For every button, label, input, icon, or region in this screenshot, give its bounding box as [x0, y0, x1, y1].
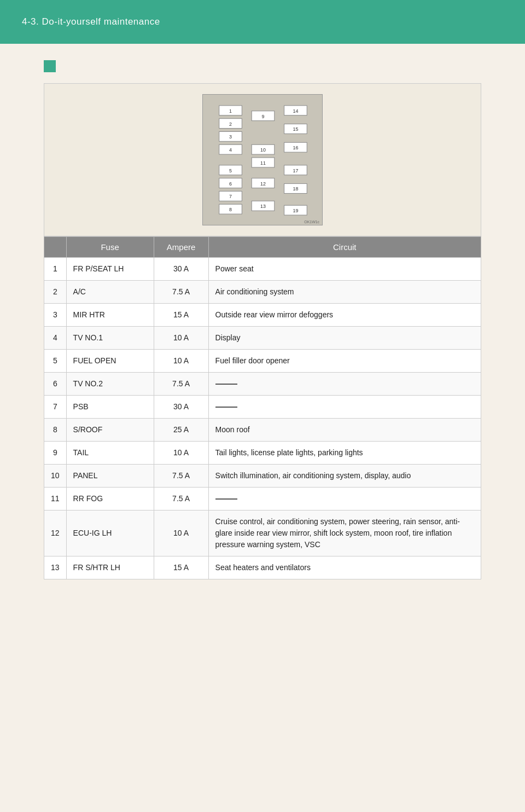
- col-header-num: [44, 237, 67, 258]
- table-row: 4TV NO.110 ADisplay: [44, 327, 481, 350]
- svg-text:12: 12: [260, 181, 266, 187]
- fuse-diagram-svg: 1 2 3 4 5 6 7 8 9: [202, 94, 323, 225]
- svg-text:6: 6: [229, 181, 232, 187]
- table-row: 9TAIL10 ATail lights, license plate ligh…: [44, 442, 481, 465]
- cell-fuse: ECU-IG LH: [66, 511, 154, 556]
- cell-circuit: [208, 396, 481, 419]
- cell-ampere: 10 A: [154, 442, 208, 465]
- table-row: 8S/ROOF25 AMoon roof: [44, 419, 481, 442]
- cell-ampere: 15 A: [154, 304, 208, 327]
- cell-ampere: 7.5 A: [154, 465, 208, 488]
- cell-circuit: Tail lights, license plate lights, parki…: [208, 442, 481, 465]
- cell-circuit: Display: [208, 327, 481, 350]
- table-row: 13FR S/HTR LH15 ASeat heaters and ventil…: [44, 556, 481, 579]
- cell-num: 10: [44, 465, 67, 488]
- cell-ampere: 25 A: [154, 419, 208, 442]
- svg-text:15: 15: [293, 126, 298, 132]
- cell-fuse: FR S/HTR LH: [66, 556, 154, 579]
- svg-text:13: 13: [260, 204, 266, 209]
- svg-text:1: 1: [229, 108, 232, 114]
- cell-circuit: Switch illumination, air conditioning sy…: [208, 465, 481, 488]
- cell-ampere: 7.5 A: [154, 281, 208, 304]
- svg-text:4: 4: [229, 147, 232, 153]
- table-row: 11RR FOG7.5 A: [44, 488, 481, 511]
- cell-fuse: TAIL: [66, 442, 154, 465]
- cell-ampere: 7.5 A: [154, 488, 208, 511]
- cell-num: 2: [44, 281, 67, 304]
- cell-circuit: Outside rear view mirror defoggers: [208, 304, 481, 327]
- cell-fuse: MIR HTR: [66, 304, 154, 327]
- cell-ampere: 15 A: [154, 556, 208, 579]
- col-header-fuse: Fuse: [66, 237, 154, 258]
- cell-circuit: Air conditioning system: [208, 281, 481, 304]
- cell-num: 13: [44, 556, 67, 579]
- main-content: 1 2 3 4 5 6 7 8 9: [0, 44, 525, 812]
- cell-ampere: 10 A: [154, 350, 208, 373]
- cell-circuit: Moon roof: [208, 419, 481, 442]
- diagram-container: 1 2 3 4 5 6 7 8 9: [44, 83, 481, 236]
- svg-text:7: 7: [229, 194, 232, 199]
- header-bar: 4-3. Do-it-yourself maintenance: [0, 0, 525, 44]
- table-row: 12ECU-IG LH10 ACruise control, air condi…: [44, 511, 481, 556]
- table-row: 3MIR HTR15 AOutside rear view mirror def…: [44, 304, 481, 327]
- cell-ampere: 10 A: [154, 511, 208, 556]
- table-row: 7PSB30 A: [44, 396, 481, 419]
- header-title: 4-3. Do-it-yourself maintenance: [22, 16, 160, 27]
- svg-text:9: 9: [262, 114, 265, 119]
- cell-circuit: [208, 373, 481, 396]
- svg-text:5: 5: [229, 168, 232, 173]
- cell-fuse: S/ROOF: [66, 419, 154, 442]
- cell-fuse: RR FOG: [66, 488, 154, 511]
- table-row: 10PANEL7.5 ASwitch illumination, air con…: [44, 465, 481, 488]
- cell-num: 7: [44, 396, 67, 419]
- svg-text:18: 18: [293, 186, 298, 192]
- green-square-icon: [44, 60, 56, 72]
- cell-fuse: FUEL OPEN: [66, 350, 154, 373]
- cell-circuit: Seat heaters and ventilators: [208, 556, 481, 579]
- cell-num: 4: [44, 327, 67, 350]
- cell-ampere: 30 A: [154, 396, 208, 419]
- cell-fuse: TV NO.1: [66, 327, 154, 350]
- cell-fuse: PSB: [66, 396, 154, 419]
- cell-ampere: 30 A: [154, 258, 208, 281]
- col-header-ampere: Ampere: [154, 237, 208, 258]
- table-row: 1FR P/SEAT LH30 APower seat: [44, 258, 481, 281]
- cell-num: 9: [44, 442, 67, 465]
- svg-text:8: 8: [229, 207, 232, 212]
- svg-text:10: 10: [260, 147, 266, 153]
- fuse-table: Fuse Ampere Circuit 1FR P/SEAT LH30 APow…: [44, 236, 481, 579]
- cell-circuit: [208, 488, 481, 511]
- col-header-circuit: Circuit: [208, 237, 481, 258]
- cell-fuse: A/C: [66, 281, 154, 304]
- cell-num: 11: [44, 488, 67, 511]
- svg-text:2: 2: [229, 121, 232, 127]
- svg-text:OK1W1c: OK1W1c: [304, 220, 319, 224]
- cell-circuit: Power seat: [208, 258, 481, 281]
- cell-fuse: FR P/SEAT LH: [66, 258, 154, 281]
- cell-circuit: Fuel filler door opener: [208, 350, 481, 373]
- cell-fuse: TV NO.2: [66, 373, 154, 396]
- cell-num: 12: [44, 511, 67, 556]
- svg-text:11: 11: [260, 160, 266, 166]
- table-row: 6TV NO.27.5 A: [44, 373, 481, 396]
- cell-num: 1: [44, 258, 67, 281]
- cell-ampere: 10 A: [154, 327, 208, 350]
- svg-text:3: 3: [229, 134, 232, 140]
- svg-text:19: 19: [293, 208, 298, 213]
- cell-circuit: Cruise control, air conditioning system,…: [208, 511, 481, 556]
- cell-ampere: 7.5 A: [154, 373, 208, 396]
- cell-num: 8: [44, 419, 67, 442]
- svg-text:17: 17: [293, 168, 298, 173]
- table-row: 5FUEL OPEN10 AFuel filler door opener: [44, 350, 481, 373]
- cell-num: 5: [44, 350, 67, 373]
- table-row: 2A/C7.5 AAir conditioning system: [44, 281, 481, 304]
- cell-num: 3: [44, 304, 67, 327]
- svg-text:14: 14: [293, 108, 298, 114]
- cell-fuse: PANEL: [66, 465, 154, 488]
- cell-num: 6: [44, 373, 67, 396]
- svg-text:16: 16: [293, 145, 298, 150]
